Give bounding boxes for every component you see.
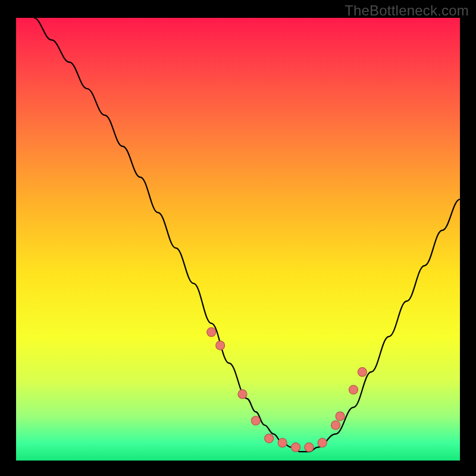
trough-marker <box>251 416 260 425</box>
trough-marker <box>238 390 247 399</box>
trough-marker <box>336 412 345 421</box>
plot-svg <box>16 18 460 461</box>
trough-marker <box>207 328 216 337</box>
watermark-text: TheBottleneck.com <box>345 2 469 19</box>
bottleneck-curve <box>34 18 460 452</box>
trough-marker <box>349 386 358 394</box>
trough-marker <box>331 421 340 430</box>
trough-markers-group <box>207 328 367 452</box>
trough-marker <box>216 341 225 350</box>
chart-frame: TheBottleneck.com <box>0 0 476 476</box>
trough-marker <box>265 434 274 443</box>
trough-marker <box>292 443 300 452</box>
trough-marker <box>318 439 327 447</box>
plot-area <box>16 18 460 461</box>
trough-marker <box>358 368 367 377</box>
trough-marker <box>305 443 314 452</box>
trough-marker <box>278 439 287 447</box>
